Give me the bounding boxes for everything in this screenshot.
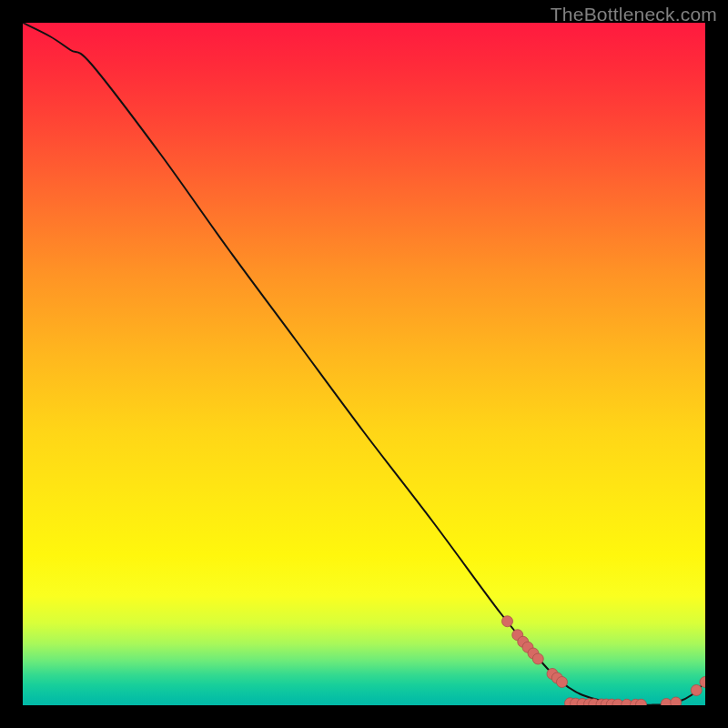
curve-marker: [691, 685, 702, 696]
watermark-text: TheBottleneck.com: [551, 4, 717, 25]
plot-area: [23, 23, 705, 705]
curve-marker: [532, 653, 543, 664]
bottleneck-curve-path: [23, 23, 705, 705]
curve-markers: [502, 616, 706, 705]
curve-marker: [671, 697, 682, 705]
chart-stage: TheBottleneck.com: [0, 0, 728, 728]
curve-layer: [23, 23, 705, 705]
curve-marker: [502, 616, 513, 627]
curve-marker: [557, 677, 568, 688]
